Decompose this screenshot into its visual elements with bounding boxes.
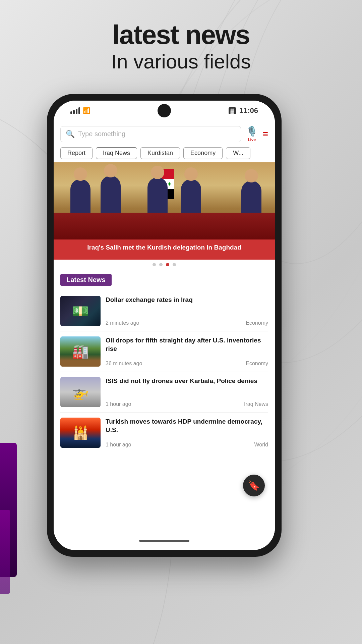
news-list: Dollar exchange rates in Iraq 2 minutes … (60, 291, 268, 453)
search-input-wrapper[interactable]: 🔍 Type something (60, 126, 241, 142)
purple-accent-bar-2 (0, 510, 10, 594)
tab-iraq-news[interactable]: Iraq News (96, 147, 137, 159)
news-thumbnail-1 (60, 296, 101, 326)
search-icon: 🔍 (66, 130, 75, 139)
news-meta-2: 36 minutes ago Economy (106, 361, 268, 367)
phone-frame: 📶 ▓ 11:06 🔍 Type something 🎙️ Live ≡ (47, 94, 282, 557)
news-category-1: Economy (246, 320, 268, 326)
signal-bar-3 (76, 109, 77, 114)
status-left: 📶 (70, 107, 90, 114)
tab-report[interactable]: Report (60, 147, 93, 159)
section-title-badge: Latest News (60, 274, 112, 286)
news-title-3: ISIS did not fly drones over Karbala, Po… (106, 377, 268, 385)
news-time-4: 1 hour ago (106, 442, 131, 448)
microphone-icon: 🎙️ (246, 126, 258, 137)
news-category-3: Iraq News (244, 401, 268, 407)
news-meta-4: 1 hour ago World (106, 442, 268, 448)
battery-icon: ▓ (229, 107, 236, 114)
fab-bookmark-button[interactable]: 🔖 (243, 475, 265, 496)
news-time-3: 1 hour ago (106, 401, 131, 407)
tab-kurdistan[interactable]: Kurdistan (140, 147, 180, 159)
headline-sub: In various fields (0, 50, 362, 74)
news-category-4: World (254, 442, 268, 448)
news-info-3: ISIS did not fly drones over Karbala, Po… (106, 377, 268, 407)
app-content: 🔍 Type something 🎙️ Live ≡ Report Iraq N… (54, 121, 275, 550)
section-header: Latest News (60, 274, 268, 286)
mic-button[interactable]: 🎙️ Live (246, 126, 258, 142)
news-thumbnail-4: 🕌 (60, 418, 101, 448)
news-item[interactable]: 🏭 Oil drops for fifth straight day after… (60, 331, 268, 372)
dot-1[interactable] (153, 263, 156, 266)
news-info-2: Oil drops for fifth straight day after U… (106, 336, 268, 367)
signal-bar-2 (73, 110, 75, 114)
news-title-2: Oil drops for fifth straight day after U… (106, 336, 268, 353)
news-item[interactable]: 🚁 ISIS did not fly drones over Karbala, … (60, 372, 268, 413)
headline-main: latest news (0, 20, 362, 50)
status-bar: 📶 ▓ 11:06 (54, 101, 275, 121)
hamburger-menu-icon[interactable]: ≡ (263, 129, 268, 140)
news-meta-1: 2 minutes ago Economy (106, 320, 268, 326)
news-time-2: 36 minutes ago (106, 361, 142, 367)
search-input[interactable]: Type something (78, 130, 125, 138)
dot-4[interactable] (173, 263, 176, 266)
hero-caption-text: Iraq's Salih met the Kurdish delegation … (60, 244, 268, 252)
signal-bar-4 (78, 107, 80, 114)
status-right: ▓ 11:06 (229, 106, 258, 115)
phone-screen: 📶 ▓ 11:06 🔍 Type something 🎙️ Live ≡ (54, 101, 275, 550)
category-tabs: Report Iraq News Kurdistan Economy W... (54, 146, 275, 162)
tab-world[interactable]: W... (226, 147, 250, 159)
tab-economy[interactable]: Economy (183, 147, 223, 159)
page-header: latest news In various fields (0, 20, 362, 74)
news-title-4: Turkish moves towards HDP undermine demo… (106, 418, 268, 434)
section-divider (117, 280, 268, 280)
news-category-2: Economy (246, 361, 268, 367)
hero-scene: ✦✦✦ (54, 162, 275, 239)
latest-news-section: Latest News Dollar exchange rates in Ira… (54, 269, 275, 453)
signal-icon (70, 107, 80, 114)
time-display: 11:06 (239, 106, 258, 115)
hero-image: ✦✦✦ (54, 162, 275, 239)
live-label: Live (248, 138, 256, 142)
news-thumbnail-2: 🏭 (60, 336, 101, 367)
dot-3[interactable] (166, 263, 169, 266)
bookmark-icon: 🔖 (248, 480, 260, 491)
carpet (54, 213, 275, 239)
news-item[interactable]: Dollar exchange rates in Iraq 2 minutes … (60, 291, 268, 331)
news-meta-3: 1 hour ago Iraq News (106, 401, 268, 407)
news-thumbnail-3: 🚁 (60, 377, 101, 407)
search-bar-container: 🔍 Type something 🎙️ Live ≡ (54, 121, 275, 146)
hero-caption: Iraq's Salih met the Kurdish delegation … (54, 239, 275, 256)
news-info-1: Dollar exchange rates in Iraq 2 minutes … (106, 296, 268, 326)
signal-bar-1 (70, 111, 72, 114)
phone-bottom-bar (139, 540, 189, 542)
news-item[interactable]: 🕌 Turkish moves towards HDP undermine de… (60, 413, 268, 453)
hero-slider[interactable]: ✦✦✦ (54, 162, 275, 260)
dot-2[interactable] (159, 263, 163, 266)
wifi-icon: 📶 (83, 107, 90, 114)
news-time-1: 2 minutes ago (106, 320, 139, 326)
news-info-4: Turkish moves towards HDP undermine demo… (106, 418, 268, 448)
slider-dots (54, 260, 275, 269)
news-title-1: Dollar exchange rates in Iraq (106, 296, 268, 304)
